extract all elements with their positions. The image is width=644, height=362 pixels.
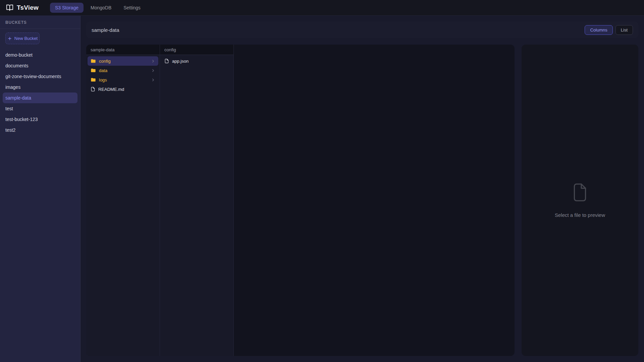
nav-tab-settings[interactable]: Settings <box>118 3 146 13</box>
fs-item-name: logs <box>99 77 148 82</box>
buckets-section-label: BUCKETS <box>0 16 80 29</box>
fs-column-header-config: config <box>160 45 233 55</box>
folder-icon <box>91 68 96 73</box>
nav-tab-mongodb[interactable]: MongoDB <box>86 3 116 13</box>
fs-column-config: configapp.json <box>160 45 234 356</box>
fs-item-name: data <box>99 68 148 73</box>
view-button-columns[interactable]: Columns <box>585 25 612 35</box>
fs-row-config[interactable]: config <box>88 56 158 66</box>
chevron-right-icon <box>151 68 155 73</box>
sidebar-bucket-test2[interactable]: test2 <box>3 125 77 135</box>
new-bucket-label: New Bucket <box>14 36 38 41</box>
file-browser-columns-panel: sample-dataconfigdatalogsREADME.mdconfig… <box>86 45 515 356</box>
nav-tab-s3-storage[interactable]: S3 Storage <box>50 3 84 13</box>
app-title: TsView <box>17 4 39 11</box>
fs-row-readme-md[interactable]: README.md <box>88 84 158 94</box>
file-icon <box>164 59 169 63</box>
fs-item-name: app.json <box>172 59 229 64</box>
sidebar-bucket-test[interactable]: test <box>3 103 77 114</box>
nav-tabs: S3 StorageMongoDBSettings <box>50 3 146 13</box>
content-area: sample-dataconfigdatalogsREADME.mdconfig… <box>86 45 638 356</box>
file-preview-panel: Select a file to preview <box>522 45 638 356</box>
top-navbar: TsView S3 StorageMongoDBSettings <box>0 0 644 16</box>
fs-list: app.json <box>160 55 233 67</box>
sidebar-bucket-images[interactable]: images <box>3 82 77 93</box>
sidebar-bucket-documents[interactable]: documents <box>3 60 77 71</box>
fs-column-sample-data: sample-dataconfigdatalogsREADME.md <box>86 45 160 356</box>
sidebar-bucket-git-zone-tsview-documents[interactable]: git-zone-tsview-documents <box>3 71 77 82</box>
folder-icon <box>91 77 96 82</box>
new-bucket-button[interactable]: New Bucket <box>5 33 40 44</box>
preview-placeholder-text: Select a file to preview <box>555 212 605 218</box>
file-placeholder-icon <box>572 183 588 203</box>
fs-item-name: config <box>99 59 148 64</box>
fs-item-name: README.md <box>98 87 155 92</box>
view-toggle: ColumnsList <box>585 25 633 35</box>
fs-column-header-sample-data: sample-data <box>86 45 160 55</box>
current-bucket-title: sample-data <box>92 27 119 33</box>
chevron-right-icon <box>151 59 155 63</box>
fs-row-app-json[interactable]: app.json <box>161 56 232 66</box>
sidebar-bucket-sample-data[interactable]: sample-data <box>3 93 77 103</box>
fs-row-logs[interactable]: logs <box>88 75 158 84</box>
buckets-sidebar: BUCKETS New Bucket demo-bucketdocumentsg… <box>0 16 80 362</box>
chevron-right-icon <box>151 78 155 82</box>
app-brand: TsView <box>6 4 39 11</box>
fs-row-data[interactable]: data <box>88 66 158 75</box>
sidebar-bucket-demo-bucket[interactable]: demo-bucket <box>3 50 77 60</box>
book-open-icon <box>6 4 13 11</box>
plus-icon <box>7 36 12 41</box>
bucket-list: demo-bucketdocumentsgit-zone-tsview-docu… <box>0 47 80 138</box>
view-button-list[interactable]: List <box>615 25 633 35</box>
main-area: sample-data ColumnsList sample-dataconfi… <box>80 16 644 362</box>
fs-list: configdatalogsREADME.md <box>86 55 160 95</box>
bucket-header-bar: sample-data ColumnsList <box>86 21 638 38</box>
folder-icon <box>91 58 96 64</box>
file-icon <box>91 87 95 92</box>
sidebar-bucket-test-bucket-123[interactable]: test-bucket-123 <box>3 114 77 125</box>
